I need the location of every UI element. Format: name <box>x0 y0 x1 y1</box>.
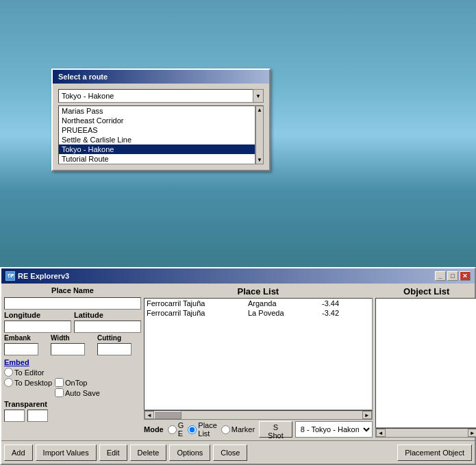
transparent-input-2[interactable] <box>27 410 48 422</box>
edit-button[interactable]: Edit <box>99 444 127 461</box>
cutting-group: Cutting <box>97 334 141 355</box>
placement-object-button[interactable]: Placement Object <box>397 444 472 461</box>
mode-row: Mode G E Place List Marker S Shot 8 - To… <box>144 421 373 438</box>
place-location-cell: Arganda <box>248 299 316 307</box>
titlebar-controls: _ □ ✕ <box>435 271 471 281</box>
scrollbar-thumb[interactable] <box>154 411 181 419</box>
autosave-checkbox-label[interactable]: Auto Save <box>55 388 100 397</box>
right-scroll-left-icon[interactable]: ◄ <box>376 429 386 437</box>
transparent-input-1[interactable] <box>4 410 25 422</box>
placelist-radio-label[interactable]: Place List <box>188 421 217 438</box>
to-desktop-radio[interactable] <box>4 378 13 387</box>
to-desktop-radio-label[interactable]: To Desktop <box>4 378 52 387</box>
embank-label: Embank <box>4 334 48 342</box>
add-button[interactable]: Add <box>4 444 33 461</box>
place-name-input[interactable] <box>4 297 141 310</box>
close-window-button[interactable]: ✕ <box>460 271 471 281</box>
close-button[interactable]: Close <box>213 444 247 461</box>
autosave-row: Auto Save <box>4 388 141 397</box>
embank-group: Embank <box>4 334 48 355</box>
transparent-section: Transparent <box>4 400 141 422</box>
width-label: Width <box>51 334 95 342</box>
list-item[interactable]: Settle & Carlisle Line <box>59 135 255 144</box>
app-window: 🗺 RE Explorerv3 _ □ ✕ Place Name Longitu… <box>0 267 476 465</box>
minimize-button[interactable]: _ <box>435 271 446 281</box>
width-input[interactable] <box>51 343 85 355</box>
list-item[interactable]: Northeast Corridor <box>59 116 255 125</box>
to-editor-radio[interactable] <box>4 368 13 377</box>
right-scroll-right-icon[interactable]: ► <box>468 429 476 437</box>
scroll-right-arrow-icon[interactable]: ► <box>362 411 372 419</box>
place-coord-cell: -3.44 <box>322 299 349 307</box>
middle-panel: Place List Ferrocarril Tajuña Arganda -3… <box>144 286 373 438</box>
scroll-left-arrow-icon[interactable]: ◄ <box>145 411 154 419</box>
horizontal-scrollbar[interactable]: ◄ ► <box>144 410 373 420</box>
embed-section: Embed To Editor To Desktop OnTop <box>4 358 141 397</box>
transparent-label: Transparent <box>4 400 141 408</box>
scrollbar-track[interactable] <box>154 411 362 419</box>
left-panel: Place Name Longitude Latitude Embank <box>4 286 141 438</box>
options-button[interactable]: Options <box>169 444 210 461</box>
scrollbar-up-arrow-icon[interactable]: ▲ <box>256 106 263 114</box>
app-content: Place Name Longitude Latitude Embank <box>1 284 475 440</box>
ge-radio-label[interactable]: G E <box>168 421 184 438</box>
place-list-area: Ferrocarril Tajuña Arganda -3.44 Ferroca… <box>144 298 373 410</box>
table-row[interactable]: Ferrocarril Tajuña La Poveda -3.42 <box>145 308 372 318</box>
table-row[interactable]: Ferrocarril Tajuña Arganda -3.44 <box>145 299 372 308</box>
latitude-group: Latitude <box>74 311 141 333</box>
route-dialog: Select a route Tokyo - Hakone ▼ Marias P… <box>51 68 271 171</box>
ontop-checkbox-label[interactable]: OnTop <box>55 378 87 387</box>
mode-label: Mode <box>144 425 164 433</box>
marker-radio[interactable] <box>221 425 230 434</box>
ge-radio[interactable] <box>168 425 177 434</box>
embank-input[interactable] <box>4 343 38 355</box>
longitude-label: Longitude <box>4 311 71 319</box>
route-list-scrollbar[interactable]: ▲ ▼ <box>255 105 264 164</box>
to-editor-radio-label[interactable]: To Editor <box>4 368 44 377</box>
right-horizontal-scrollbar[interactable]: ◄ ► <box>375 428 476 438</box>
app-title: RE Explorerv3 <box>18 272 69 280</box>
placelist-radio[interactable] <box>188 425 197 434</box>
place-name-cell: Ferrocarril Tajuña <box>147 299 242 307</box>
marker-radio-label[interactable]: Marker <box>221 425 255 434</box>
route-combobox[interactable]: Tokyo - Hakone <box>58 89 264 103</box>
bottom-toolbar: Add Import Values Edit Delete Options Cl… <box>1 440 475 464</box>
list-item[interactable]: Tutorial Route <box>59 154 255 164</box>
shot-area: S Shot 8 - Tokyo - Hakone <box>259 421 373 438</box>
to-desktop-radio-row: To Desktop OnTop <box>4 378 141 387</box>
scrollbar-track <box>256 114 263 156</box>
route-list: Marias Pass Northeast Corridor PRUEEAS S… <box>58 105 255 164</box>
list-item[interactable]: PRUEEAS <box>59 125 255 135</box>
latitude-input[interactable] <box>74 321 141 333</box>
lon-lat-row: Longitude Latitude <box>4 311 141 333</box>
longitude-input[interactable] <box>4 321 71 333</box>
route-dialog-body: Tokyo - Hakone ▼ Marias Pass Northeast C… <box>53 84 269 170</box>
list-item-selected[interactable]: Tokyo - Hakone <box>59 144 255 154</box>
ontop-checkbox[interactable] <box>55 378 64 387</box>
list-item[interactable]: Marias Pass <box>59 106 255 116</box>
import-values-button[interactable]: Import Values <box>36 444 97 461</box>
latitude-label: Latitude <box>74 311 141 319</box>
embed-label[interactable]: Embed <box>4 358 141 366</box>
place-location-cell: La Poveda <box>248 309 316 317</box>
shot-button[interactable]: S Shot <box>259 421 292 438</box>
delete-button[interactable]: Delete <box>130 444 167 461</box>
right-scrollbar-track[interactable] <box>386 429 468 437</box>
object-list-title: Object List <box>375 286 476 297</box>
transparent-controls <box>4 410 141 422</box>
place-name-cell: Ferrocarril Tajuña <box>147 309 242 317</box>
embed-radio-row: To Editor <box>4 368 141 377</box>
embank-row: Embank Width Cutting <box>4 334 141 355</box>
route-combobox-container: Tokyo - Hakone ▼ <box>58 89 264 103</box>
place-name-label: Place Name <box>4 286 141 294</box>
cutting-input[interactable] <box>97 343 131 355</box>
autosave-checkbox[interactable] <box>55 388 64 397</box>
maximize-button[interactable]: □ <box>447 271 458 281</box>
route-dropdown-arrow-icon[interactable]: ▼ <box>253 89 264 103</box>
place-list-title: Place List <box>144 286 373 297</box>
width-group: Width <box>51 334 95 355</box>
scrollbar-down-arrow-icon[interactable]: ▼ <box>256 156 263 164</box>
route-dialog-title: Select a route <box>53 70 269 84</box>
shot-dropdown[interactable]: 8 - Tokyo - Hakone <box>295 421 373 438</box>
app-titlebar: 🗺 RE Explorerv3 _ □ ✕ <box>1 268 475 284</box>
